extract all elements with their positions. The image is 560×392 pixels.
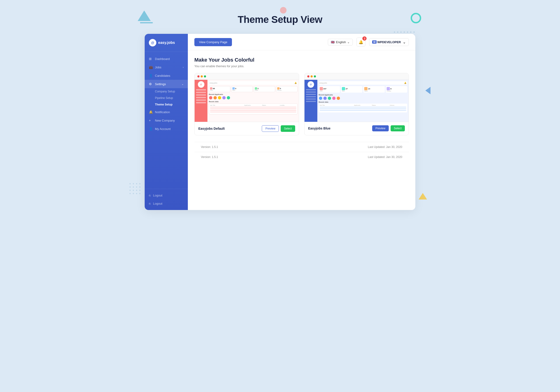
dashboard-icon: ⊞ — [149, 57, 153, 61]
deco-arrow-right — [425, 87, 430, 94]
topbar: View Company Page 🇬🇧 English ⌄ 🔔 3 W — [188, 34, 415, 50]
new-company-icon: + — [149, 119, 153, 122]
page-wrapper: Theme Setup View @ easy.jobs ⊞ Dashboard… — [126, 0, 434, 217]
brand-chevron-icon: ⌄ — [403, 40, 406, 44]
new-company-label: New Company — [155, 119, 175, 122]
theme-card-default-header — [195, 73, 299, 80]
jobs-icon: 💼 — [149, 65, 153, 69]
notification-button[interactable]: 🔔 3 — [357, 38, 365, 46]
theme-blue-name: Easyjobs Blue — [308, 126, 331, 130]
footer-bar-1: Version: 1.5.1 Last Updated: Jan 30, 202… — [194, 142, 409, 152]
logout-label-2: Logout — [153, 202, 162, 205]
dot-green-b — [314, 75, 316, 78]
language-chevron-icon: ⌄ — [347, 40, 350, 44]
main-content: View Company Page 🇬🇧 English ⌄ 🔔 3 W — [188, 34, 415, 210]
dot-red — [197, 75, 200, 78]
deco-triangle-bottom — [419, 193, 427, 200]
wp-icon: W — [372, 40, 376, 44]
main-card: @ easy.jobs ⊞ Dashboard 💼 Jobs › 👤 — [145, 34, 415, 210]
candidates-label: Candidates — [155, 74, 170, 78]
flag-icon: 🇬🇧 — [331, 40, 335, 44]
preview-blue-button[interactable]: Preview — [372, 125, 389, 131]
select-blue-button[interactable]: Select — [390, 125, 405, 131]
page-title-area: Theme Setup View — [126, 14, 434, 25]
logout-icon-1: ⎋ — [149, 194, 151, 197]
theme-preview-default: @ easy.jobs — [195, 80, 299, 122]
bell-icon: 🔔 — [359, 40, 363, 44]
sidebar-item-notification[interactable]: 🔔 Notification — [145, 108, 188, 116]
dot-red-b — [307, 75, 310, 78]
settings-icon: ⚙ — [149, 82, 153, 86]
my-account-icon: 👤 — [149, 127, 153, 131]
theme-cards-grid: @ easy.jobs — [194, 73, 409, 135]
candidates-icon: 👤 — [149, 74, 153, 78]
theme-card-default-footer: Easyjobs Default Preview Select — [195, 122, 299, 135]
view-company-button[interactable]: View Company Page — [194, 38, 232, 46]
dashboard-label: Dashboard — [155, 57, 170, 61]
settings-label: Settings — [155, 82, 166, 86]
deco-dots-bottom-left — [130, 183, 141, 195]
sidebar-logo: @ easy.jobs — [145, 34, 188, 52]
sidebar-bottom: ⎋ Logout ⎋ Logout — [145, 189, 188, 210]
page-title: Theme Setup View — [126, 14, 434, 25]
theme-default-actions: Preview Select — [262, 125, 295, 132]
language-label: English — [336, 40, 346, 44]
sidebar-item-new-company[interactable]: + New Company — [145, 116, 188, 125]
theme-card-blue: @ easy.jobs — [304, 73, 409, 135]
preview-default-button[interactable]: Preview — [262, 125, 279, 132]
theme-preview-blue: @ easy.jobs — [304, 80, 409, 122]
theme-blue-actions: Preview Select — [372, 125, 405, 131]
submenu-theme-setup[interactable]: Theme Setup — [155, 101, 188, 108]
section-title: Make Your Jobs Colorful — [194, 57, 409, 63]
version-1: Version: 1.5.1 — [201, 145, 218, 149]
submenu-company-setup[interactable]: Company Setup — [155, 88, 188, 95]
last-updated-2: Last Updated: Jan 30, 2020 — [368, 155, 402, 159]
logout-button-2[interactable]: ⎋ Logout — [145, 200, 188, 208]
sidebar: @ easy.jobs ⊞ Dashboard 💼 Jobs › 👤 — [145, 34, 188, 210]
content-area: Make Your Jobs Colorful You can enable t… — [188, 50, 415, 210]
select-default-button[interactable]: Select — [281, 125, 295, 132]
sidebar-item-jobs[interactable]: 💼 Jobs › — [145, 63, 188, 71]
theme-card-blue-header — [304, 73, 409, 80]
notification-badge: 3 — [362, 36, 367, 40]
brand-name: WPDEVELOPER — [377, 40, 401, 44]
settings-submenu: Company Setup Pipeline Setup Theme Setup — [145, 88, 188, 108]
brand-logo: W WPDEVELOPER — [372, 40, 401, 44]
sidebar-navigation: ⊞ Dashboard 💼 Jobs › 👤 Candidates ⚙ S — [145, 52, 188, 189]
deco-circle-pink — [280, 7, 287, 13]
theme-default-name: Easyjobs Default — [198, 127, 225, 131]
footer-bar-2: Version: 1.5.1 Last Updated: Jan 30, 202… — [194, 152, 409, 162]
theme-card-default: @ easy.jobs — [194, 73, 299, 135]
logo-text: easy.jobs — [158, 40, 175, 45]
brand-selector[interactable]: W WPDEVELOPER ⌄ — [369, 38, 409, 46]
dot-yellow-b — [310, 75, 313, 78]
sidebar-item-settings[interactable]: ⚙ Settings ⌄ — [145, 80, 188, 88]
sidebar-item-my-account[interactable]: 👤 My Account — [145, 125, 188, 133]
theme-card-blue-footer: Easyjobs Blue Preview Select — [304, 122, 409, 135]
last-updated-1: Last Updated: Jan 30, 2020 — [368, 145, 402, 149]
sidebar-item-candidates[interactable]: 👤 Candidates — [145, 71, 188, 80]
jobs-label: Jobs — [155, 66, 161, 69]
notification-label: Notification — [155, 110, 170, 114]
preview-logo-blue: @ — [308, 81, 314, 88]
preview-logo-default: @ — [198, 81, 204, 88]
language-selector[interactable]: 🇬🇧 English ⌄ — [328, 39, 353, 46]
version-2: Version: 1.5.1 — [201, 155, 218, 159]
logout-label-1: Logout — [153, 194, 162, 197]
submenu-pipeline-setup[interactable]: Pipeline Setup — [155, 95, 188, 101]
settings-arrow-icon: ⌄ — [181, 83, 184, 86]
my-account-label: My Account — [155, 127, 170, 131]
logout-button-1[interactable]: ⎋ Logout — [145, 191, 188, 200]
logout-icon-2: ⎋ — [149, 202, 151, 205]
sidebar-item-dashboard[interactable]: ⊞ Dashboard — [145, 55, 188, 63]
jobs-arrow-icon: › — [183, 66, 184, 69]
section-subtitle: You can enable themes for your jobs. — [194, 64, 409, 68]
dot-green — [204, 75, 206, 78]
dot-yellow — [201, 75, 203, 78]
notification-icon: 🔔 — [149, 110, 153, 114]
logo-icon: @ — [149, 39, 156, 46]
